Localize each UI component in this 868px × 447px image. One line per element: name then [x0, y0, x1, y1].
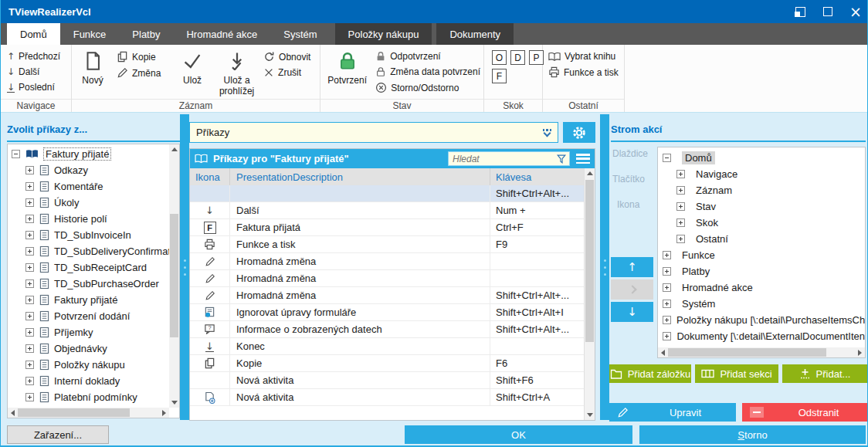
table-row[interactable]: Hromadná změnaShift+Ctrl+Alt+... — [190, 287, 584, 304]
table-row[interactable]: Hromadná změna — [190, 270, 584, 287]
zmena-button[interactable]: Změna — [117, 67, 168, 79]
tree-item[interactable]: Platby — [658, 263, 865, 279]
expand-expander-icon[interactable] — [25, 361, 34, 369]
action-tree-horizontal-scrollbar[interactable] — [658, 347, 865, 357]
expand-expander-icon[interactable] — [663, 267, 671, 276]
scroll-right-icon[interactable] — [855, 347, 865, 357]
expand-expander-icon[interactable] — [663, 332, 671, 340]
add-button[interactable]: Přidat... — [782, 364, 867, 383]
tree-item[interactable]: TD_SubInvoiceIn — [8, 227, 169, 243]
tab-polozky-nakupu[interactable]: Položky nákupu — [335, 23, 432, 45]
tree-item-domu[interactable]: Domů — [658, 150, 865, 166]
tree-item[interactable]: TD_SubPurchaseOrder — [8, 276, 169, 292]
tab-platby[interactable]: Platby — [119, 23, 173, 45]
tab-system[interactable]: Systém — [270, 23, 330, 45]
scroll-down-icon[interactable] — [169, 398, 179, 408]
move-up-button[interactable]: ↑ — [611, 257, 653, 277]
move-down-button[interactable]: ↓ — [611, 302, 653, 322]
tree-item[interactable]: Historie polí — [8, 211, 169, 227]
expand-expander-icon[interactable] — [25, 377, 34, 385]
column-header-ikona[interactable]: Ikona — [190, 168, 230, 185]
tree-item[interactable]: Položky nákupu [\:detail\PurchaseItemsCh… — [658, 312, 865, 328]
funkce-a-tisk-button[interactable]: Funkce a tisk — [548, 66, 619, 78]
zmena-data-potvrzeni-button[interactable]: Změna data potvrzení — [375, 66, 480, 77]
expand-expander-icon[interactable] — [676, 170, 685, 178]
move-right-button[interactable] — [611, 279, 653, 300]
tree-item[interactable]: Položky nákupu — [8, 357, 169, 373]
tree-item[interactable]: Ostatní — [658, 231, 865, 247]
tree-item[interactable]: Úkoly — [8, 195, 169, 211]
search-input[interactable] — [449, 154, 556, 164]
tab-dokumenty[interactable]: Dokumenty — [436, 23, 514, 45]
expand-expander-icon[interactable] — [663, 283, 671, 292]
left-tree-vertical-scrollbar[interactable] — [169, 144, 179, 408]
close-icon[interactable]: × — [847, 3, 864, 20]
vybrat-knihu-button[interactable]: Vybrat knihu — [548, 51, 619, 62]
tree-item[interactable]: Potvrzení dodání — [8, 308, 169, 324]
left-tree-horizontal-scrollbar[interactable] — [8, 408, 169, 418]
tab-domu[interactable]: Domů — [7, 23, 60, 45]
tree-item[interactable]: Příjemky — [8, 324, 169, 340]
restore-icon[interactable] — [792, 3, 809, 20]
expand-expander-icon[interactable] — [676, 186, 685, 195]
expand-expander-icon[interactable] — [676, 218, 685, 227]
add-section-button[interactable]: Přidat sekci — [695, 364, 778, 383]
expand-expander-icon[interactable] — [25, 263, 34, 272]
table-row[interactable]: Ignorovat úpravy formulářeShift+Ctrl+Alt… — [190, 304, 584, 321]
odpotvrzeni-button[interactable]: Odpotvrzení — [375, 51, 480, 62]
jump-o-button[interactable]: O — [492, 50, 507, 65]
tree-item[interactable]: Objednávky — [8, 340, 169, 357]
expand-expander-icon[interactable] — [25, 393, 34, 401]
tree-item[interactable]: Stav — [658, 198, 865, 215]
expand-expander-icon[interactable] — [676, 202, 685, 211]
table-menu-icon[interactable] — [575, 152, 592, 165]
column-header-klavesa[interactable]: Klávesa — [490, 168, 584, 185]
expand-expander-icon[interactable] — [25, 247, 34, 256]
tree-item[interactable]: Komentáře — [8, 178, 169, 195]
expand-expander-icon[interactable] — [25, 166, 34, 174]
expand-expander-icon[interactable] — [25, 296, 34, 304]
scroll-up-icon[interactable] — [585, 168, 595, 178]
expand-expander-icon[interactable] — [25, 215, 34, 223]
expand-expander-icon[interactable] — [663, 316, 671, 324]
dalsi-button[interactable]: ↓Další — [7, 66, 60, 77]
tab-funkce[interactable]: Funkce — [60, 23, 120, 45]
expand-expander-icon[interactable] — [25, 312, 34, 320]
left-splitter[interactable] — [180, 114, 189, 420]
filter-funnel-icon[interactable] — [556, 154, 567, 164]
kopie-button[interactable]: Kopie — [117, 51, 168, 63]
tree-item[interactable]: Navigace — [658, 166, 865, 182]
table-row[interactable]: ↓DalšíNum + — [190, 202, 584, 219]
uloz-a-prohlizej-button[interactable]: Ulož a prohlížej — [216, 49, 257, 99]
posledni-button[interactable]: ↓Poslední — [7, 82, 60, 93]
expand-expander-icon[interactable] — [663, 251, 671, 259]
predchozi-button[interactable]: ↑Předchozí — [7, 51, 60, 62]
expand-expander-icon[interactable] — [25, 279, 34, 288]
collapse-expander-icon[interactable] — [663, 154, 671, 162]
scroll-left-icon[interactable] — [8, 408, 18, 418]
scroll-left-icon[interactable] — [658, 347, 668, 357]
scroll-up-icon[interactable] — [169, 144, 179, 154]
tree-item[interactable]: Faktury přijaté — [8, 292, 169, 308]
storno-button[interactable]: Storno — [639, 425, 866, 444]
right-splitter[interactable] — [600, 114, 609, 420]
table-row[interactable]: Hromadná změna — [190, 253, 584, 270]
table-row[interactable]: FFaktura přijatáCtrl+F — [190, 219, 584, 236]
commands-combo[interactable]: Příkazy — [189, 122, 558, 143]
add-tab-button[interactable]: Přidat záložku — [609, 364, 691, 383]
tree-item[interactable]: TD_SubDeliveryConfirmat — [8, 243, 169, 259]
expand-expander-icon[interactable] — [25, 328, 34, 337]
table-vertical-scrollbar[interactable] — [584, 168, 595, 420]
combo-dropdown-icon[interactable] — [543, 129, 552, 136]
ok-button[interactable]: OK — [405, 425, 632, 444]
expand-expander-icon[interactable] — [25, 182, 34, 191]
expand-expander-icon[interactable] — [676, 235, 685, 243]
obnovit-button[interactable]: Obnovit — [263, 51, 317, 63]
potvrzeni-button[interactable]: Potvrzení — [324, 49, 371, 99]
jump-d-button[interactable]: D — [510, 50, 525, 65]
collapse-expander-icon[interactable] — [12, 150, 20, 158]
zrusit-button[interactable]: Zrušit — [263, 67, 317, 78]
jump-p-button[interactable]: P — [529, 50, 544, 65]
jump-f-button[interactable]: F — [492, 69, 507, 83]
scroll-right-icon[interactable] — [159, 408, 169, 418]
